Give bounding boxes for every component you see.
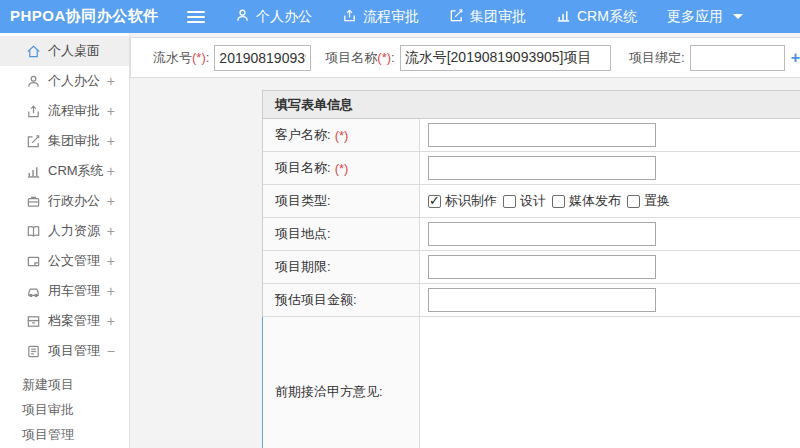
nav-label: 集团审批 (470, 8, 526, 26)
form-row-customer-name: 客户名称:(*) (263, 119, 800, 152)
expand-icon[interactable]: + (107, 73, 115, 89)
car-icon (26, 284, 41, 299)
project-duration-input[interactable] (428, 255, 656, 279)
document-icon (26, 254, 41, 269)
sidebar-item-label: 个人桌面 (48, 42, 115, 60)
nav-label: CRM系统 (577, 8, 637, 26)
project-header-bar: 流水号(*): 项目名称(*): 项目绑定: + (130, 37, 800, 78)
checkbox-checked-icon[interactable] (428, 195, 441, 208)
project-name-form-input[interactable] (428, 156, 656, 180)
sidebar-item-crm[interactable]: CRM系统 + (0, 156, 129, 186)
checkbox-icon[interactable] (503, 195, 516, 208)
main-content: 流水号(*): 项目名称(*): 项目绑定: + 填写表单信息 客户名称:(*)… (130, 33, 800, 448)
nav-group-approval[interactable]: 集团审批 (449, 8, 526, 26)
sidebar-subitem-new-project[interactable]: 新建项目 (0, 372, 129, 397)
project-type-options: 标识制作 设计 媒体发布 置换 (428, 192, 676, 210)
sidebar-subitem-project-approval[interactable]: 项目审批 (0, 397, 129, 422)
checkbox-option-signage[interactable]: 标识制作 (428, 192, 497, 210)
archive-icon (26, 314, 41, 329)
add-icon[interactable]: + (791, 49, 800, 67)
form-row-initial-opinion: 前期接洽甲方意见: (262, 317, 800, 448)
sidebar-item-group-approval[interactable]: 集团审批 + (0, 126, 129, 156)
sidebar-item-vehicle[interactable]: 用车管理 + (0, 276, 129, 306)
required-mark: (*) (192, 50, 206, 65)
nav-more-apps[interactable]: 更多应用 (667, 8, 743, 26)
form-row-project-location: 项目地点: (263, 218, 800, 251)
expand-icon[interactable]: + (107, 313, 115, 329)
nav-label: 流程审批 (363, 8, 419, 26)
user-icon (235, 8, 256, 26)
form-row-project-type: 项目类型: 标识制作 设计 媒体发布 置换 (263, 185, 800, 218)
checkbox-label: 媒体发布 (569, 192, 621, 210)
briefcase-icon (26, 194, 41, 209)
required-mark: (*) (335, 128, 349, 143)
required-mark: (*) (377, 50, 391, 65)
home-icon (26, 44, 41, 59)
field-label: 项目名称:(*) (263, 152, 420, 184)
checkbox-option-media[interactable]: 媒体发布 (552, 192, 621, 210)
expand-icon[interactable]: + (107, 103, 115, 119)
field-label: 客户名称:(*) (263, 119, 420, 151)
checkbox-option-exchange[interactable]: 置换 (627, 192, 670, 210)
caret-down-icon (733, 14, 743, 19)
serial-number-input[interactable] (214, 45, 311, 71)
nav-personal-office[interactable]: 个人办公 (235, 8, 312, 26)
field-label: 项目类型: (263, 185, 420, 217)
top-navbar: PHPOA协同办公软件 个人办公 流程审批 集团审批 CRM系统 更多应用 (0, 0, 800, 33)
field-label: 项目地点: (263, 218, 420, 250)
expand-icon[interactable]: + (107, 253, 115, 269)
menu-icon[interactable] (187, 11, 205, 23)
sidebar-subitem-project-manage[interactable]: 项目管理 (0, 422, 129, 447)
customer-name-input[interactable] (428, 123, 656, 147)
sidebar-item-hr[interactable]: 人力资源 + (0, 216, 129, 246)
form-panel: 填写表单信息 客户名称:(*) 项目名称:(*) 项目类型: 标识制作 设计 (262, 90, 800, 448)
sidebar-item-official-docs[interactable]: 公文管理 + (0, 246, 129, 276)
collapse-icon[interactable]: − (107, 343, 115, 359)
estimated-amount-input[interactable] (428, 288, 656, 312)
sidebar-item-label: 公文管理 (48, 252, 107, 270)
sidebar-item-personal-office[interactable]: 个人办公 + (0, 66, 129, 96)
process-icon (342, 8, 363, 26)
expand-icon[interactable]: + (107, 133, 115, 149)
expand-icon[interactable]: + (107, 283, 115, 299)
checkbox-icon[interactable] (627, 195, 640, 208)
nav-crm-system[interactable]: CRM系统 (556, 8, 637, 26)
sidebar-item-archives[interactable]: 档案管理 + (0, 306, 129, 336)
sidebar-item-desktop[interactable]: 个人桌面 (0, 36, 129, 66)
expand-icon[interactable]: + (107, 223, 115, 239)
field-label: 预估项目金额: (263, 284, 420, 316)
sidebar-item-label: 个人办公 (48, 72, 107, 90)
subitem-label: 项目审批 (22, 401, 74, 419)
project-location-input[interactable] (428, 222, 656, 246)
project-bind-input[interactable] (690, 45, 785, 71)
expand-icon[interactable]: + (107, 163, 115, 179)
project-icon (26, 344, 41, 359)
field-label: 前期接洽甲方意见: (263, 317, 420, 448)
nav-workflow-approval[interactable]: 流程审批 (342, 8, 419, 26)
checkbox-icon[interactable] (552, 195, 565, 208)
required-mark: (*) (335, 161, 349, 176)
app-logo: PHPOA协同办公软件 (0, 7, 175, 26)
project-bind-label: 项目绑定: (629, 49, 685, 67)
subitem-label: 项目管理 (22, 426, 74, 444)
form-row-estimated-amount: 预估项目金额: (263, 284, 800, 317)
bar-chart-icon (556, 8, 577, 26)
sidebar-item-workflow-approval[interactable]: 流程审批 + (0, 96, 129, 126)
project-name-label: 项目名称(*): (325, 49, 394, 67)
sidebar-item-admin-office[interactable]: 行政办公 + (0, 186, 129, 216)
checkbox-option-design[interactable]: 设计 (503, 192, 546, 210)
expand-icon[interactable]: + (107, 193, 115, 209)
project-name-input[interactable] (400, 45, 611, 71)
app-window: PHPOA协同办公软件 个人办公 流程审批 集团审批 CRM系统 更多应用 (0, 0, 800, 448)
top-nav-menu: 个人办公 流程审批 集团审批 CRM系统 更多应用 (235, 8, 773, 26)
sidebar-item-project-mgmt[interactable]: 项目管理 − (0, 336, 129, 366)
checkbox-label: 置换 (644, 192, 670, 210)
process-icon (26, 104, 41, 119)
nav-label: 更多应用 (667, 8, 723, 26)
checkbox-label: 设计 (520, 192, 546, 210)
sidebar-submenu-project: 新建项目 项目审批 项目管理 (0, 366, 129, 447)
sidebar-item-label: 用车管理 (48, 282, 107, 300)
initial-opinion-textarea[interactable] (420, 317, 800, 448)
checkbox-label: 标识制作 (445, 192, 497, 210)
form-row-project-name: 项目名称:(*) (263, 152, 800, 185)
